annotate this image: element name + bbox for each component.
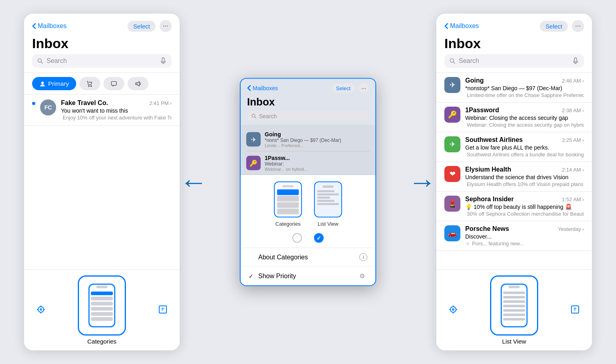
view-option-list[interactable]: List View — [314, 182, 342, 227]
porsche-subject: Discover... — [465, 233, 584, 240]
right-back-button[interactable]: Mailboxes — [444, 22, 479, 30]
modal-dots-button[interactable]: ··· — [359, 83, 369, 93]
menu-item-about-left: ✓ About Categories — [249, 254, 308, 261]
right-search-icon — [449, 58, 456, 64]
modal-nav: Mailboxes Select ··· — [247, 83, 369, 93]
modal-search-bar[interactable]: Search — [247, 111, 369, 122]
svg-point-7 — [40, 309, 42, 310]
tab-primary[interactable]: Primary — [32, 77, 76, 90]
going-subject: *nons* San Diego — $97 (Dec-Mar) — [265, 138, 370, 143]
right-email-sephora[interactable]: 💄 Sephora Insider 1:52 AM › 💡 10% off to… — [436, 192, 592, 221]
going-sender: Going — [465, 77, 484, 84]
right-email-porsche[interactable]: 🚗 Porsche News Yesterday › Discover... P… — [436, 221, 592, 251]
southwest-subject: Get a low fare plus ALL the perks. — [465, 144, 584, 151]
going-icon: ✈ — [246, 132, 261, 147]
right-email-list: ✈ Going 2:46 AM › *nonstop* San Diego — … — [436, 73, 592, 269]
list-view-label: List View — [318, 221, 338, 227]
1password-icon: 🔑 — [246, 156, 261, 170]
right-phone-illustration — [498, 283, 530, 328]
southwest-avatar: ✈ — [444, 136, 460, 152]
megaphone-icon — [135, 81, 141, 87]
svg-rect-20 — [91, 317, 113, 321]
right-mic-icon — [572, 57, 579, 65]
phone-categories-preview — [277, 190, 299, 214]
left-bottom-bar: Categories — [24, 269, 180, 350]
view-option-categories[interactable]: Categories — [274, 182, 302, 227]
1password-time: 2:38 AM › — [562, 107, 584, 113]
email-item-fake-travel[interactable]: FC Fake Travel Co. 2:41 PM › You won't w… — [24, 95, 180, 126]
email-sender-name: Fake Travel Co. — [61, 99, 108, 107]
tab-shopping[interactable] — [79, 77, 100, 90]
right-select-button[interactable]: Select — [540, 21, 568, 32]
modal-menu-items: ✓ About Categories i ✓ Show Priority ⚙ — [241, 248, 375, 285]
avatar-fc: FC — [40, 99, 56, 115]
sephora-avatar: 💄 — [444, 196, 460, 212]
line-5 — [317, 203, 339, 205]
line-1 — [317, 190, 334, 192]
email-subject: You won't want to miss this — [61, 107, 172, 114]
modal-back-button[interactable]: Mailboxes — [247, 85, 278, 91]
porsche-avatar: 🚗 — [444, 225, 460, 241]
right-icon-label: List View — [502, 338, 526, 345]
right-email-elysium[interactable]: ❤ Elysium Health 2:14 AM › Understand th… — [436, 162, 592, 192]
svg-rect-18 — [91, 307, 113, 311]
southwest-time: 2:25 AM › — [562, 137, 584, 143]
tab-promos[interactable] — [128, 77, 148, 90]
southwest-preview: Southwest Airlines offers a bundle deal … — [465, 152, 584, 158]
right-compose-button[interactable] — [570, 305, 580, 316]
left-search-bar[interactable]: Search — [32, 54, 172, 68]
svg-point-4 — [88, 85, 89, 86]
tab-chat[interactable] — [103, 77, 124, 90]
right-mailboxes-label: Mailboxes — [450, 22, 479, 30]
elysium-subject: Understand the science that drives Visio… — [465, 174, 584, 180]
left-phone-illustration — [86, 283, 118, 328]
radio-list-view[interactable] — [314, 233, 324, 243]
sephora-time: 1:52 AM › — [562, 196, 584, 202]
left-select-button[interactable]: Select — [128, 21, 156, 32]
right-search-bar[interactable]: Search — [444, 54, 584, 68]
radio-categories[interactable] — [292, 233, 302, 243]
1password-subject: Webinar: Closing the access security gap — [465, 115, 584, 121]
left-categories-icon-container: Categories — [78, 275, 126, 345]
elysium-sender: Elysium Health — [465, 166, 511, 173]
southwest-email-content: Southwest Airlines 2:25 AM › Get a low f… — [465, 136, 584, 158]
left-dots-button[interactable]: ··· — [160, 20, 172, 32]
right-email-southwest[interactable]: ✈ Southwest Airlines 2:25 AM › Get a low… — [436, 132, 592, 162]
left-mic-icon — [160, 57, 167, 65]
left-compose-button[interactable] — [158, 305, 168, 316]
modal-email-1password[interactable]: 🔑 1Passw... Webinar: Webinar... on hybri… — [246, 152, 370, 175]
svg-point-27 — [452, 309, 454, 310]
svg-rect-37 — [503, 300, 525, 303]
right-email-going[interactable]: ✈ Going 2:46 AM › *nonstop* San Diego — … — [436, 73, 592, 103]
svg-rect-41 — [503, 318, 525, 320]
left-back-button[interactable]: Mailboxes — [32, 22, 67, 30]
1password-email-content: 1Password 2:38 AM › Webinar: Closing the… — [465, 107, 584, 128]
center-section: ← → Mailboxes Select ··· Inbox — [180, 168, 436, 196]
menu-item-priority-left: ✓ Show Priority — [249, 273, 296, 280]
svg-line-23 — [255, 117, 256, 119]
elysium-time: 2:14 AM › — [562, 167, 584, 173]
1password-sender: 1Passw... — [265, 155, 370, 161]
elysium-avatar: ❤ — [444, 166, 460, 182]
modal-select-button[interactable]: Select — [332, 83, 355, 93]
menu-item-show-priority[interactable]: ✓ Show Priority ⚙ — [241, 267, 375, 285]
1password-content: 1Passw... Webinar: Webinar... on hybrid.… — [265, 155, 370, 172]
menu-item-about-categories[interactable]: ✓ About Categories i — [241, 248, 375, 267]
left-category-tabs: Primary — [24, 73, 180, 95]
modal-email-going[interactable]: ✈ Going *nons* San Diego — $97 (Dec-Mar)… — [246, 128, 370, 152]
svg-rect-6 — [111, 81, 116, 85]
compose-icon — [158, 305, 168, 314]
svg-rect-17 — [91, 302, 113, 305]
left-filter-button[interactable] — [36, 305, 46, 316]
right-email-1password[interactable]: 🔑 1Password 2:38 AM › Webinar: Closing t… — [436, 103, 592, 132]
left-search-placeholder: Search — [47, 57, 156, 65]
message-icon — [111, 81, 117, 87]
left-categories-phone-box — [78, 275, 126, 336]
right-dots-button[interactable]: ··· — [572, 20, 584, 32]
porsche-preview: Pors... featuring new... — [465, 241, 584, 247]
right-filter-button[interactable] — [448, 305, 458, 316]
gear-icon: ⚙ — [359, 272, 367, 280]
email-content-fake-travel: Fake Travel Co. 2:41 PM › You won't want… — [61, 99, 172, 121]
right-filter-icon — [448, 305, 458, 314]
sephora-preview: 30% off Sephora Collection merchandise f… — [465, 211, 584, 217]
